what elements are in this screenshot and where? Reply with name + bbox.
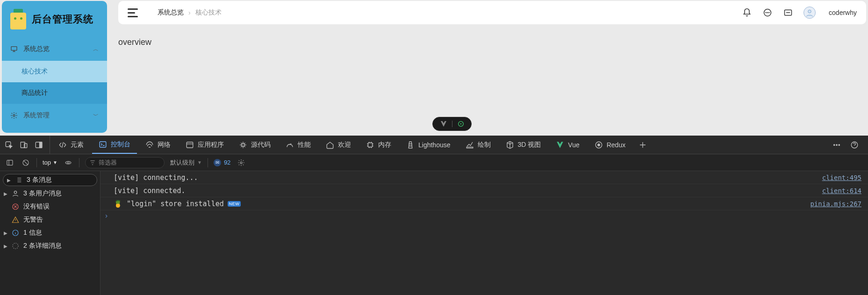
issue-bubble-icon: ✉	[214, 159, 221, 166]
log-source-link[interactable]: client:495	[822, 174, 861, 181]
menu-group-sysmgr[interactable]: 系统管理 ﹀	[2, 104, 107, 127]
console-output[interactable]: [vite] connecting... client:495 [vite] c…	[100, 171, 868, 295]
svg-rect-0	[11, 47, 17, 50]
breadcrumb: 系统总览 › 核心技术	[158, 8, 222, 17]
inspect-element-icon[interactable]	[4, 140, 14, 150]
logo-icon	[10, 9, 26, 29]
chevron-right-icon: ›	[188, 9, 191, 16]
sidebar-messages[interactable]: ▶ 3 条消息	[3, 174, 97, 186]
svg-point-9	[460, 123, 461, 125]
menu-item-product-stats[interactable]: 商品统计	[2, 82, 107, 104]
menu-group-label: 系统总览	[23, 45, 50, 53]
svg-point-29	[240, 162, 242, 164]
svg-rect-14	[40, 142, 42, 148]
tab-memory[interactable]: 内存	[359, 136, 398, 154]
list-icon	[14, 176, 23, 184]
username-label[interactable]: coderwhy	[829, 9, 857, 16]
sidebar-info[interactable]: ▶ 1 信息	[0, 226, 100, 239]
tab-performance[interactable]: 性能	[279, 136, 317, 154]
tab-rendering[interactable]: 绘制	[459, 136, 497, 154]
app-title: 后台管理系统	[32, 13, 93, 26]
tab-sources[interactable]: 源代码	[232, 136, 277, 154]
svg-point-30	[14, 191, 16, 194]
toggle-sidebar-icon[interactable]	[5, 158, 15, 168]
bell-icon[interactable]	[742, 7, 752, 18]
devtools-tabbar: 元素 控制台 网络 应用程序 源代码 性能 欢迎 内存	[0, 136, 868, 154]
svg-rect-19	[466, 147, 473, 148]
svg-point-4	[768, 13, 768, 13]
clear-console-icon[interactable]	[21, 158, 31, 168]
tab-lighthouse[interactable]: Lighthouse	[400, 136, 457, 154]
sidebar-no-warnings[interactable]: 无警告	[0, 213, 100, 226]
warning-icon	[11, 216, 20, 223]
avatar[interactable]	[803, 7, 816, 19]
tab-network[interactable]: 网络	[139, 136, 177, 154]
more-icon[interactable]	[832, 140, 842, 150]
collapse-sidebar-button[interactable]	[128, 8, 138, 17]
vue-devtools-badge[interactable]	[432, 117, 472, 131]
logo-row: 后台管理系统	[2, 1, 107, 37]
svg-point-24	[839, 144, 839, 145]
svg-rect-15	[100, 142, 106, 147]
svg-point-33	[13, 243, 18, 249]
menu-group-overview[interactable]: 系统总览 ︿	[2, 37, 107, 61]
breadcrumb-current: 核心技术	[195, 8, 222, 17]
tab-console[interactable]: 控制台	[92, 136, 137, 154]
sidebar: 后台管理系统 系统总览 ︿ 核心技术 商品统计 系统管理 ﹀	[2, 1, 107, 133]
tab-redux[interactable]: Redux	[588, 136, 632, 154]
page-content: overview	[118, 24, 866, 47]
tab-vue[interactable]: Vue	[549, 136, 586, 154]
info-icon	[11, 229, 20, 237]
filter-input[interactable]: 筛选器	[85, 157, 165, 168]
sidebar-user-messages[interactable]: ▶ 3 条用户消息	[0, 187, 100, 200]
live-expression-icon[interactable]	[63, 158, 73, 168]
console-prompt[interactable]: ›	[100, 210, 868, 222]
sidebar-no-errors[interactable]: 没有错误	[0, 200, 100, 213]
svg-point-5	[769, 13, 769, 13]
tab-elements[interactable]: 元素	[52, 136, 90, 154]
chevron-down-icon: ﹀	[93, 112, 99, 120]
sidebar-verbose[interactable]: ▶ 2 条详细消息	[0, 239, 100, 252]
issues-badge[interactable]: ✉ 92	[214, 159, 230, 166]
svg-point-22	[834, 144, 835, 145]
svg-point-17	[242, 144, 244, 146]
gear-icon	[10, 112, 18, 119]
add-tab-icon[interactable]	[638, 140, 648, 150]
monitor-icon	[10, 45, 18, 53]
topbar: 系统总览 › 核心技术 coderwhy	[118, 1, 866, 24]
user-icon	[11, 190, 20, 197]
log-source-link[interactable]: client:614	[822, 187, 861, 194]
log-line: [vite] connected. client:614	[100, 184, 868, 197]
svg-rect-26	[7, 160, 13, 165]
console-sidebar: ▶ 3 条消息 ▶ 3 条用户消息 没有错误 无警告 ▶	[0, 171, 100, 295]
chevron-up-icon: ︿	[93, 45, 99, 53]
device-toolbar-icon[interactable]	[19, 140, 29, 150]
tab-3dview[interactable]: 3D 视图	[499, 136, 548, 154]
svg-point-7	[808, 10, 811, 13]
breadcrumb-root[interactable]: 系统总览	[158, 8, 184, 17]
svg-point-3	[766, 13, 766, 13]
log-level-select[interactable]: 默认级别 ▼	[170, 158, 202, 167]
tab-welcome[interactable]: 欢迎	[319, 136, 358, 154]
target-icon	[457, 120, 465, 128]
vue-logo-icon	[440, 120, 447, 128]
svg-rect-18	[368, 143, 373, 147]
svg-point-28	[67, 162, 69, 164]
log-line: 🍍 "login" store installed NEW pinia.mjs:…	[100, 197, 868, 210]
log-line: [vite] connecting... client:495	[100, 171, 868, 184]
menu-item-label: 核心技术	[22, 67, 48, 76]
console-settings-icon[interactable]	[236, 158, 246, 168]
new-badge: NEW	[228, 201, 241, 207]
dock-side-icon[interactable]	[34, 140, 44, 150]
devtools-panel: 元素 控制台 网络 应用程序 源代码 性能 欢迎 内存	[0, 136, 868, 295]
log-source-link[interactable]: pinia.mjs:267	[810, 200, 861, 208]
error-icon	[11, 203, 20, 210]
inbox-icon[interactable]	[783, 7, 793, 18]
menu-item-core-tech[interactable]: 核心技术	[2, 61, 107, 82]
menu-group-label: 系统管理	[23, 111, 50, 120]
tab-application[interactable]: 应用程序	[179, 136, 230, 154]
help-icon[interactable]	[849, 140, 860, 150]
menu-item-label: 商品统计	[22, 89, 48, 97]
chat-icon[interactable]	[762, 7, 773, 18]
context-select[interactable]: top ▼	[43, 159, 57, 166]
